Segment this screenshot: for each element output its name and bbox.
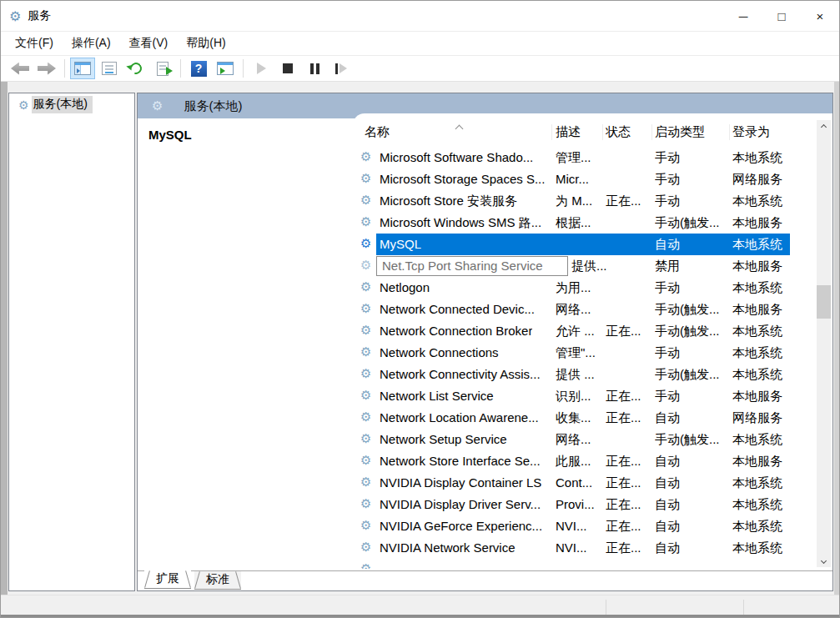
pause-service-button[interactable]: [302, 58, 327, 79]
table-row[interactable]: ⚙NVIDIA GeForce Experienc...NVI...正在...自…: [353, 515, 816, 537]
service-logon: 本地服务: [732, 389, 782, 404]
sidebar-item-services-local[interactable]: ⚙ 服务(本地): [9, 96, 134, 113]
back-arrow-icon: [11, 63, 29, 75]
table-row[interactable]: ⚙NVIDIA Display Driver Serv...Provi...正在…: [353, 494, 816, 515]
table-row[interactable]: ⚙MySQL自动本地系统: [353, 234, 816, 255]
service-startup: 自动: [655, 475, 680, 491]
maximize-button[interactable]: □: [762, 1, 801, 31]
table-row[interactable]: ⚙Network Store Interface Se...此服...正在...…: [353, 450, 816, 472]
table-row[interactable]: ⚙Network Location Awarene...收集...正在...自动…: [353, 407, 816, 429]
properties-icon: [102, 62, 117, 75]
service-gear-icon: ⚙: [360, 409, 371, 425]
table-row[interactable]: ⚙Microsoft Store 安装服务为 M...正在...手动本地系统: [353, 190, 816, 212]
service-gear-icon: ⚙: [360, 258, 371, 273]
service-startup: 自动: [655, 540, 680, 556]
service-desc: 为 M...: [556, 193, 592, 209]
column-header-startup-type[interactable]: 启动类型: [655, 124, 730, 140]
restart-service-button[interactable]: [329, 58, 354, 79]
table-row[interactable]: ⚙NVIDIA Display Container LSCont...正在...…: [353, 472, 816, 494]
table-row[interactable]: ⚙: [353, 559, 816, 569]
table-row[interactable]: ⚙Network Connections管理"...手动本地系统: [353, 342, 816, 364]
service-startup: 自动: [655, 497, 680, 513]
start-service-button[interactable]: [249, 58, 274, 79]
properties-button[interactable]: [97, 58, 122, 79]
status-bar-separator: [606, 600, 606, 615]
table-row[interactable]: ⚙Network Setup Service网络...手动(触发...本地系统: [353, 429, 816, 450]
show-console-tree-button[interactable]: [70, 58, 95, 79]
banner-gear-icon: ⚙: [152, 98, 163, 113]
view-tabstrip: 扩展 标准: [138, 570, 832, 590]
service-desc: Micr...: [556, 172, 589, 186]
table-row[interactable]: ⚙Net.Tcp Port Sharing Service提供...禁用本地服务: [353, 255, 816, 277]
refresh-button[interactable]: [123, 58, 148, 79]
service-logon: 网络服务: [732, 172, 782, 188]
table-row[interactable]: ⚙Microsoft Storage Spaces S...Micr...手动网…: [353, 168, 816, 190]
toolbar-separator: [243, 59, 244, 78]
table-row[interactable]: ⚙NVIDIA Network ServiceNVI...正在...自动本地系统: [353, 537, 816, 559]
service-logon: 本地系统: [732, 540, 782, 556]
window-title: 服务: [28, 8, 51, 23]
back-button[interactable]: [8, 58, 33, 79]
service-status: 正在...: [606, 324, 641, 339]
service-rows: ⚙Microsoft Software Shado...管理...手动本地系统⚙…: [353, 147, 816, 569]
service-desc: 管理"...: [556, 345, 596, 361]
table-row[interactable]: ⚙Network List Service识别...正在...手动本地服务: [353, 385, 816, 407]
status-bar-separator: [743, 600, 744, 615]
table-row[interactable]: ⚙Network Connectivity Assis...提供 ...手动(触…: [353, 364, 816, 385]
table-row[interactable]: ⚙Microsoft Software Shado...管理...手动本地系统: [353, 147, 816, 168]
scroll-up-button[interactable]: [817, 120, 831, 133]
service-desc: 为用...: [556, 280, 591, 296]
scroll-down-button[interactable]: [817, 554, 831, 567]
table-row[interactable]: ⚙Microsoft Windows SMS 路...根据...手动(触发...…: [353, 212, 816, 234]
service-startup: 手动: [655, 150, 680, 166]
menu-help[interactable]: 帮助(H): [177, 33, 234, 54]
menu-file[interactable]: 文件(F): [6, 33, 63, 54]
service-logon: 本地系统: [732, 475, 782, 491]
window-bottom-edge: [1, 615, 839, 618]
service-desc: Provi...: [556, 497, 595, 511]
service-startup: 自动: [655, 454, 680, 470]
stop-service-button[interactable]: [275, 58, 300, 79]
menu-view[interactable]: 查看(V): [120, 33, 178, 54]
service-desc: 管理...: [556, 150, 591, 166]
table-row[interactable]: ⚙Netlogon为用...手动本地系统: [353, 277, 816, 299]
export-list-button[interactable]: [150, 58, 175, 79]
console-tree-pane: ⚙ 服务(本地): [8, 93, 135, 591]
table-row[interactable]: ⚙Network Connected Devic...网络...手动(触发...…: [353, 299, 816, 320]
service-startup: 手动(触发...: [655, 302, 720, 318]
column-header-logon-as[interactable]: 登录为: [732, 124, 791, 140]
service-startup: 手动: [655, 172, 680, 188]
service-status: 正在...: [606, 193, 641, 209]
service-gear-icon: ⚙: [360, 214, 371, 229]
help-button[interactable]: ?: [186, 58, 211, 79]
tab-extended[interactable]: 扩展: [144, 570, 191, 589]
close-button[interactable]: ×: [801, 1, 839, 31]
service-logon: 本地系统: [732, 280, 782, 296]
minimize-button[interactable]: ─: [724, 1, 762, 31]
banner-title: 服务(本地): [184, 98, 242, 114]
vertical-scrollbar[interactable]: [817, 120, 831, 567]
column-header-status[interactable]: 状态: [606, 124, 652, 140]
scrollbar-thumb[interactable]: [817, 285, 831, 319]
service-desc: 提供...: [571, 259, 607, 274]
tab-standard[interactable]: 标准: [194, 571, 241, 590]
show-action-pane-button[interactable]: [213, 58, 238, 79]
table-row[interactable]: ⚙Network Connection Broker允许 ...正在...手动(…: [353, 320, 816, 342]
play-icon: [257, 63, 266, 74]
forward-button[interactable]: [34, 58, 59, 79]
service-gear-icon: ⚙: [360, 149, 371, 164]
service-desc: 允许 ...: [556, 324, 595, 339]
app-gear-icon: ⚙: [9, 8, 21, 24]
service-name: Network List Service: [380, 389, 494, 403]
menu-action[interactable]: 操作(A): [63, 33, 120, 54]
service-desc: 收集...: [556, 410, 591, 426]
service-desc: 网络...: [556, 302, 591, 318]
service-desc: 识别...: [556, 389, 591, 404]
help-icon: ?: [191, 61, 207, 77]
column-header-name[interactable]: 名称: [365, 124, 552, 140]
column-header-description[interactable]: 描述: [556, 124, 603, 140]
service-logon: 网络服务: [732, 410, 782, 426]
service-logon: 本地系统: [732, 497, 782, 513]
content-area: ⚙ 服务(本地) ⚙ 服务(本地) MySQL 名称 描述 状态 启动类型 登录…: [1, 82, 839, 595]
service-logon: 本地服务: [732, 454, 782, 470]
